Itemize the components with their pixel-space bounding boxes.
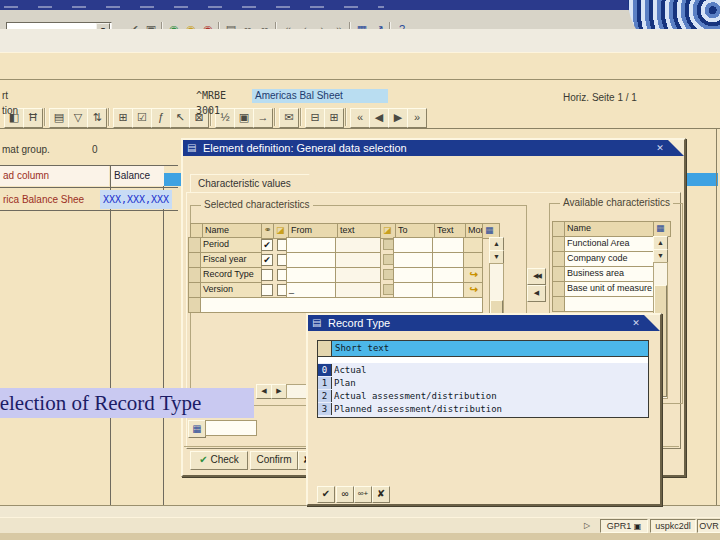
continue-icon: ✔	[322, 488, 330, 499]
toolbar-separator	[345, 108, 346, 126]
print-icon[interactable]: ▤	[49, 108, 69, 128]
sort-icon[interactable]: ⇅	[87, 108, 107, 128]
next-element-icon[interactable]: ▶	[388, 108, 408, 128]
list-header-short-text[interactable]: Short text	[332, 341, 648, 357]
checkbox-variable[interactable]: ✔	[261, 239, 273, 251]
toolbar-separator	[108, 108, 109, 126]
record-row-key[interactable]: 3	[318, 403, 332, 415]
collapse-icon[interactable]: ⊟	[305, 108, 325, 128]
section-label: tion	[2, 105, 18, 116]
first-element-icon[interactable]: «	[350, 108, 370, 128]
checkbox-variable[interactable]: ✔	[261, 254, 273, 266]
find-next-button[interactable]: ∞+	[354, 486, 372, 503]
from-value-cell[interactable]: _	[286, 282, 338, 298]
from-value-cell[interactable]	[286, 252, 338, 268]
empty-row[interactable]	[200, 297, 483, 313]
scroll-right-icon[interactable]: ▶	[271, 384, 287, 399]
dialog-title-bar: Element definition: General data selecti…	[183, 140, 684, 156]
corner-fold	[644, 315, 660, 331]
close-icon[interactable]: ✕	[654, 142, 666, 154]
empty-row[interactable]	[564, 296, 656, 312]
characteristic-name-cell[interactable]: Record Type	[200, 267, 262, 283]
to-value-cell[interactable]	[393, 282, 435, 298]
grid-line	[163, 165, 164, 505]
status-expand-icon[interactable]: ▷	[584, 520, 596, 532]
filter-icon[interactable]: ▽	[68, 108, 88, 128]
record-row-text[interactable]: Planned assessment/distribution	[334, 403, 646, 415]
format-group-value: 0	[92, 144, 98, 155]
table-settings-button[interactable]: ▦	[188, 420, 206, 438]
status-session: uspkc2dl	[655, 521, 691, 531]
annotation-label: Selection of Record Type	[0, 388, 254, 418]
formula-icon[interactable]: ƒ	[151, 108, 171, 128]
save-layout-icon[interactable]: ▣	[234, 108, 254, 128]
characteristic-name-cell[interactable]: Version	[200, 282, 262, 298]
move-all-left-icon[interactable]: ◀◀	[527, 268, 546, 285]
available-row[interactable]: Functional Area	[564, 236, 656, 252]
insert-row-icon[interactable]: ⊞	[113, 108, 133, 128]
select-icon[interactable]: ↖	[170, 108, 190, 128]
last-element-icon[interactable]: »	[407, 108, 427, 128]
more-icon[interactable]: ↪	[470, 284, 478, 295]
check-button[interactable]: ✔ Check	[190, 451, 248, 470]
to-value-cell[interactable]	[393, 237, 435, 253]
grid-line	[110, 165, 111, 505]
tab-characteristic-values[interactable]: Characteristic values	[190, 174, 318, 193]
prev-element-icon[interactable]: ◀	[369, 108, 389, 128]
close-icon[interactable]: ✕	[630, 317, 642, 329]
record-row-text[interactable]: Actual	[334, 364, 646, 376]
find-button[interactable]: ∞	[336, 486, 354, 503]
confirm-button[interactable]: Confirm	[250, 451, 298, 470]
lead-column-field[interactable]	[205, 420, 257, 436]
scroll-down-icon[interactable]: ▼	[653, 249, 668, 263]
menu-bar[interactable]	[0, 0, 720, 10]
mail-icon[interactable]: ✉	[279, 108, 299, 128]
available-row[interactable]: Business area	[564, 266, 656, 282]
to-text-cell	[432, 282, 466, 298]
scroll-up-icon[interactable]: ▲	[489, 237, 504, 251]
from-value-cell[interactable]	[286, 267, 338, 283]
export-icon[interactable]: →	[253, 108, 273, 128]
balance-column-cell[interactable]: Balance	[111, 166, 164, 186]
legend-icon[interactable]: Ħ	[23, 108, 43, 128]
to-value-cell[interactable]	[393, 267, 435, 283]
check-icon: ✔	[199, 454, 207, 465]
more-cell[interactable]	[463, 252, 483, 268]
table-settings-icon[interactable]: ▦	[653, 221, 671, 237]
more-icon[interactable]: ↪	[470, 269, 478, 280]
lead-column-header-cell[interactable]: ad column	[0, 166, 109, 186]
scroll-up-icon[interactable]: ▲	[653, 236, 668, 250]
scroll-left-icon[interactable]: ◀	[256, 384, 272, 399]
report-row-value-cell[interactable]: XXX,XXX,XXX	[100, 190, 172, 209]
expand-icon[interactable]: ⊞	[324, 108, 344, 128]
record-row-text[interactable]: Plan	[334, 377, 646, 389]
characteristic-name-cell[interactable]: Fiscal year	[200, 252, 262, 268]
checkbox-variable[interactable]	[261, 284, 273, 296]
status-session-field[interactable]: uspkc2dl	[650, 519, 696, 533]
move-left-icon[interactable]: ◀	[527, 285, 546, 302]
from-value-cell[interactable]	[286, 237, 338, 253]
more-cell[interactable]: ↪	[463, 282, 483, 298]
status-system-field[interactable]: GPR1 ▣	[600, 519, 648, 533]
column-header-name[interactable]: Name	[564, 221, 656, 237]
available-row[interactable]: Base unit of measure	[564, 281, 656, 297]
more-cell[interactable]	[463, 237, 483, 253]
from-text-cell	[335, 282, 381, 298]
record-row-key[interactable]: 0	[318, 364, 332, 376]
available-row[interactable]: Company code	[564, 251, 656, 267]
cancel-button[interactable]: ✘	[372, 486, 390, 503]
to-value-cell[interactable]	[393, 252, 435, 268]
report-row-label[interactable]: rica Balance Shee	[0, 190, 101, 209]
continue-button[interactable]: ✔	[317, 486, 335, 503]
record-row-key[interactable]: 1	[318, 377, 332, 389]
characteristic-name-cell[interactable]: Period	[200, 237, 262, 253]
report-description-field[interactable]: Americas Bal Sheet	[252, 89, 388, 103]
format-group-label: mat group.	[2, 144, 50, 155]
record-row-text[interactable]: Actual assessment/distribution	[334, 390, 646, 402]
status-mode-field[interactable]: OVR	[697, 519, 720, 533]
check-row-icon[interactable]: ☑	[132, 108, 152, 128]
scroll-down-icon[interactable]: ▼	[489, 250, 504, 264]
more-cell[interactable]: ↪	[463, 267, 483, 283]
record-row-key[interactable]: 2	[318, 390, 332, 402]
checkbox-variable[interactable]	[261, 269, 273, 281]
